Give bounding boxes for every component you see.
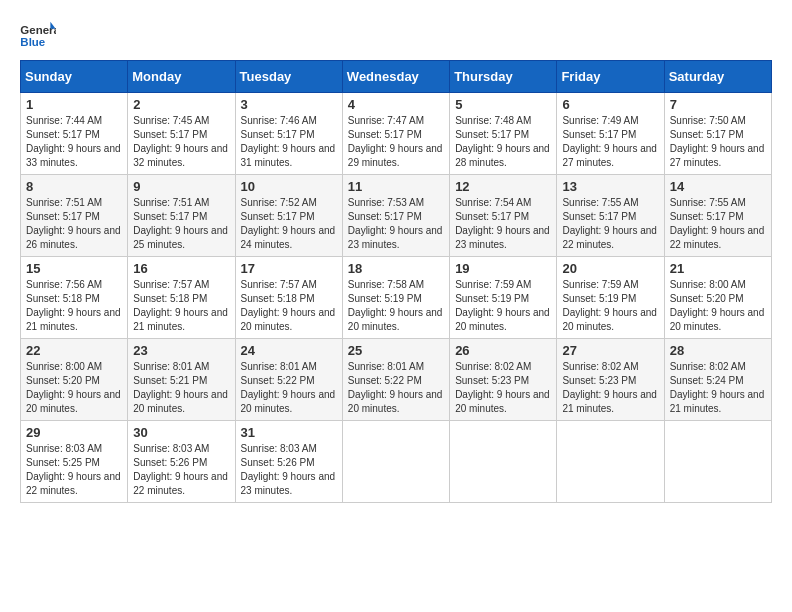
calendar-cell: 28 Sunrise: 8:02 AMSunset: 5:24 PMDaylig… xyxy=(664,339,771,421)
day-info: Sunrise: 7:55 AMSunset: 5:17 PMDaylight:… xyxy=(562,196,658,252)
calendar-cell: 29 Sunrise: 8:03 AMSunset: 5:25 PMDaylig… xyxy=(21,421,128,503)
day-info: Sunrise: 7:53 AMSunset: 5:17 PMDaylight:… xyxy=(348,196,444,252)
day-number: 31 xyxy=(241,425,337,440)
day-number: 26 xyxy=(455,343,551,358)
calendar-body: 1 Sunrise: 7:44 AMSunset: 5:17 PMDayligh… xyxy=(21,93,772,503)
calendar-cell: 21 Sunrise: 8:00 AMSunset: 5:20 PMDaylig… xyxy=(664,257,771,339)
day-info: Sunrise: 7:55 AMSunset: 5:17 PMDaylight:… xyxy=(670,196,766,252)
calendar-header-thursday: Thursday xyxy=(450,61,557,93)
calendar-cell: 5 Sunrise: 7:48 AMSunset: 5:17 PMDayligh… xyxy=(450,93,557,175)
day-number: 11 xyxy=(348,179,444,194)
day-number: 12 xyxy=(455,179,551,194)
day-info: Sunrise: 7:47 AMSunset: 5:17 PMDaylight:… xyxy=(348,114,444,170)
calendar-cell: 24 Sunrise: 8:01 AMSunset: 5:22 PMDaylig… xyxy=(235,339,342,421)
calendar-cell: 1 Sunrise: 7:44 AMSunset: 5:17 PMDayligh… xyxy=(21,93,128,175)
day-number: 25 xyxy=(348,343,444,358)
day-number: 30 xyxy=(133,425,229,440)
day-info: Sunrise: 7:48 AMSunset: 5:17 PMDaylight:… xyxy=(455,114,551,170)
day-info: Sunrise: 7:49 AMSunset: 5:17 PMDaylight:… xyxy=(562,114,658,170)
day-info: Sunrise: 8:01 AMSunset: 5:22 PMDaylight:… xyxy=(348,360,444,416)
calendar-cell: 7 Sunrise: 7:50 AMSunset: 5:17 PMDayligh… xyxy=(664,93,771,175)
calendar-cell: 30 Sunrise: 8:03 AMSunset: 5:26 PMDaylig… xyxy=(128,421,235,503)
calendar-cell: 19 Sunrise: 7:59 AMSunset: 5:19 PMDaylig… xyxy=(450,257,557,339)
day-info: Sunrise: 8:02 AMSunset: 5:23 PMDaylight:… xyxy=(455,360,551,416)
day-number: 20 xyxy=(562,261,658,276)
calendar-cell: 23 Sunrise: 8:01 AMSunset: 5:21 PMDaylig… xyxy=(128,339,235,421)
calendar-week-row: 8 Sunrise: 7:51 AMSunset: 5:17 PMDayligh… xyxy=(21,175,772,257)
svg-text:Blue: Blue xyxy=(20,36,45,48)
day-info: Sunrise: 8:03 AMSunset: 5:25 PMDaylight:… xyxy=(26,442,122,498)
day-info: Sunrise: 8:00 AMSunset: 5:20 PMDaylight:… xyxy=(670,278,766,334)
day-number: 8 xyxy=(26,179,122,194)
calendar-week-row: 15 Sunrise: 7:56 AMSunset: 5:18 PMDaylig… xyxy=(21,257,772,339)
calendar-week-row: 22 Sunrise: 8:00 AMSunset: 5:20 PMDaylig… xyxy=(21,339,772,421)
day-number: 29 xyxy=(26,425,122,440)
calendar-cell: 3 Sunrise: 7:46 AMSunset: 5:17 PMDayligh… xyxy=(235,93,342,175)
calendar-header-saturday: Saturday xyxy=(664,61,771,93)
day-number: 23 xyxy=(133,343,229,358)
calendar-cell: 6 Sunrise: 7:49 AMSunset: 5:17 PMDayligh… xyxy=(557,93,664,175)
day-number: 16 xyxy=(133,261,229,276)
calendar-cell: 17 Sunrise: 7:57 AMSunset: 5:18 PMDaylig… xyxy=(235,257,342,339)
day-info: Sunrise: 7:51 AMSunset: 5:17 PMDaylight:… xyxy=(133,196,229,252)
calendar-cell: 15 Sunrise: 7:56 AMSunset: 5:18 PMDaylig… xyxy=(21,257,128,339)
calendar-cell: 25 Sunrise: 8:01 AMSunset: 5:22 PMDaylig… xyxy=(342,339,449,421)
calendar-cell: 22 Sunrise: 8:00 AMSunset: 5:20 PMDaylig… xyxy=(21,339,128,421)
calendar-week-row: 29 Sunrise: 8:03 AMSunset: 5:25 PMDaylig… xyxy=(21,421,772,503)
day-number: 9 xyxy=(133,179,229,194)
day-info: Sunrise: 8:00 AMSunset: 5:20 PMDaylight:… xyxy=(26,360,122,416)
calendar-cell: 20 Sunrise: 7:59 AMSunset: 5:19 PMDaylig… xyxy=(557,257,664,339)
day-number: 28 xyxy=(670,343,766,358)
day-number: 3 xyxy=(241,97,337,112)
calendar-cell: 10 Sunrise: 7:52 AMSunset: 5:17 PMDaylig… xyxy=(235,175,342,257)
calendar-cell: 26 Sunrise: 8:02 AMSunset: 5:23 PMDaylig… xyxy=(450,339,557,421)
calendar-cell xyxy=(664,421,771,503)
day-info: Sunrise: 7:58 AMSunset: 5:19 PMDaylight:… xyxy=(348,278,444,334)
logo: General Blue xyxy=(20,20,58,50)
calendar-week-row: 1 Sunrise: 7:44 AMSunset: 5:17 PMDayligh… xyxy=(21,93,772,175)
calendar-cell xyxy=(450,421,557,503)
day-info: Sunrise: 8:03 AMSunset: 5:26 PMDaylight:… xyxy=(133,442,229,498)
calendar-header-tuesday: Tuesday xyxy=(235,61,342,93)
calendar-header-row: SundayMondayTuesdayWednesdayThursdayFrid… xyxy=(21,61,772,93)
calendar-cell: 27 Sunrise: 8:02 AMSunset: 5:23 PMDaylig… xyxy=(557,339,664,421)
day-number: 18 xyxy=(348,261,444,276)
calendar-cell: 18 Sunrise: 7:58 AMSunset: 5:19 PMDaylig… xyxy=(342,257,449,339)
day-number: 14 xyxy=(670,179,766,194)
calendar-cell: 4 Sunrise: 7:47 AMSunset: 5:17 PMDayligh… xyxy=(342,93,449,175)
calendar-cell xyxy=(557,421,664,503)
calendar-cell xyxy=(342,421,449,503)
day-info: Sunrise: 7:50 AMSunset: 5:17 PMDaylight:… xyxy=(670,114,766,170)
calendar-header-friday: Friday xyxy=(557,61,664,93)
day-info: Sunrise: 7:56 AMSunset: 5:18 PMDaylight:… xyxy=(26,278,122,334)
day-number: 19 xyxy=(455,261,551,276)
day-info: Sunrise: 7:51 AMSunset: 5:17 PMDaylight:… xyxy=(26,196,122,252)
day-info: Sunrise: 7:46 AMSunset: 5:17 PMDaylight:… xyxy=(241,114,337,170)
day-info: Sunrise: 7:57 AMSunset: 5:18 PMDaylight:… xyxy=(133,278,229,334)
day-info: Sunrise: 8:02 AMSunset: 5:23 PMDaylight:… xyxy=(562,360,658,416)
calendar-table: SundayMondayTuesdayWednesdayThursdayFrid… xyxy=(20,60,772,503)
day-number: 22 xyxy=(26,343,122,358)
day-info: Sunrise: 8:01 AMSunset: 5:22 PMDaylight:… xyxy=(241,360,337,416)
day-info: Sunrise: 7:59 AMSunset: 5:19 PMDaylight:… xyxy=(455,278,551,334)
calendar-cell: 11 Sunrise: 7:53 AMSunset: 5:17 PMDaylig… xyxy=(342,175,449,257)
calendar-cell: 9 Sunrise: 7:51 AMSunset: 5:17 PMDayligh… xyxy=(128,175,235,257)
calendar-header-sunday: Sunday xyxy=(21,61,128,93)
day-number: 1 xyxy=(26,97,122,112)
day-info: Sunrise: 8:03 AMSunset: 5:26 PMDaylight:… xyxy=(241,442,337,498)
day-info: Sunrise: 7:54 AMSunset: 5:17 PMDaylight:… xyxy=(455,196,551,252)
day-info: Sunrise: 7:59 AMSunset: 5:19 PMDaylight:… xyxy=(562,278,658,334)
day-info: Sunrise: 8:01 AMSunset: 5:21 PMDaylight:… xyxy=(133,360,229,416)
calendar-cell: 16 Sunrise: 7:57 AMSunset: 5:18 PMDaylig… xyxy=(128,257,235,339)
day-info: Sunrise: 8:02 AMSunset: 5:24 PMDaylight:… xyxy=(670,360,766,416)
day-info: Sunrise: 7:45 AMSunset: 5:17 PMDaylight:… xyxy=(133,114,229,170)
calendar-cell: 14 Sunrise: 7:55 AMSunset: 5:17 PMDaylig… xyxy=(664,175,771,257)
calendar-header-wednesday: Wednesday xyxy=(342,61,449,93)
day-number: 4 xyxy=(348,97,444,112)
day-info: Sunrise: 7:57 AMSunset: 5:18 PMDaylight:… xyxy=(241,278,337,334)
calendar-cell: 13 Sunrise: 7:55 AMSunset: 5:17 PMDaylig… xyxy=(557,175,664,257)
calendar-cell: 2 Sunrise: 7:45 AMSunset: 5:17 PMDayligh… xyxy=(128,93,235,175)
day-number: 2 xyxy=(133,97,229,112)
calendar-cell: 31 Sunrise: 8:03 AMSunset: 5:26 PMDaylig… xyxy=(235,421,342,503)
page-header: General Blue xyxy=(20,20,772,50)
